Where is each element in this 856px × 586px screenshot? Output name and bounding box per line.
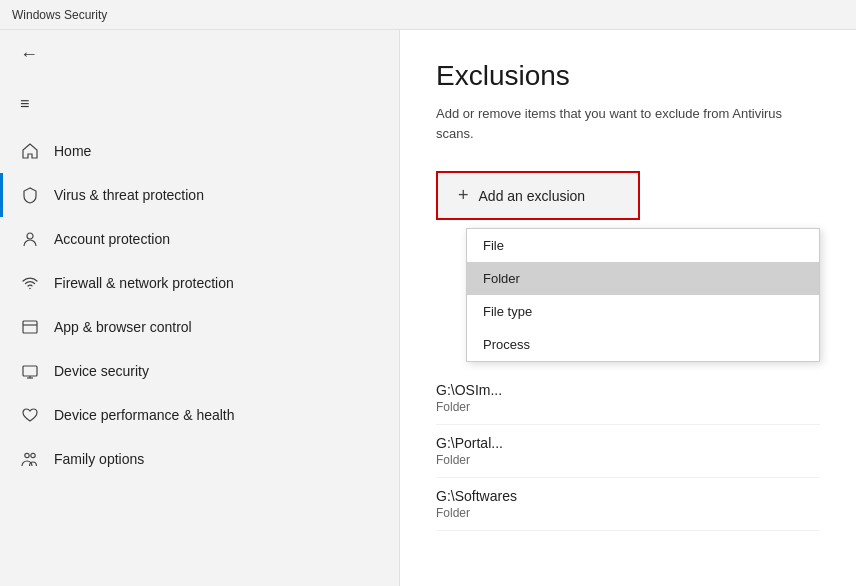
add-exclusion-wrapper: + Add an exclusion — [436, 171, 640, 220]
titlebar: Windows Security — [0, 0, 856, 30]
exclusion-list: G:\OSIm... Folder G:\Portal... Folder G:… — [436, 372, 820, 531]
exclusion-item-1[interactable]: G:\Portal... Folder — [436, 425, 820, 478]
home-icon — [20, 141, 40, 161]
sidebar-label-health: Device performance & health — [54, 407, 235, 423]
exclusion-path-2: G:\Softwares — [436, 488, 820, 504]
health-icon — [20, 405, 40, 425]
dropdown-filetype-label: File type — [483, 304, 532, 319]
main-container: ← ≡ Home — [0, 30, 856, 586]
dropdown-file-label: File — [483, 238, 504, 253]
exclusion-item-0[interactable]: G:\OSIm... Folder — [436, 372, 820, 425]
sidebar-item-virus[interactable]: Virus & threat protection — [0, 173, 399, 217]
sidebar-label-family: Family options — [54, 451, 144, 467]
back-nav-area: ← — [0, 30, 399, 79]
page-description: Add or remove items that you want to exc… — [436, 104, 820, 143]
sidebar-item-firewall[interactable]: Firewall & network protection — [0, 261, 399, 305]
hamburger-nav-area: ≡ — [0, 79, 399, 125]
back-icon: ← — [20, 44, 38, 64]
add-exclusion-label: Add an exclusion — [479, 188, 586, 204]
dropdown-folder-label: Folder — [483, 271, 520, 286]
sidebar-item-device[interactable]: Device security — [0, 349, 399, 393]
sidebar-item-account[interactable]: Account protection — [0, 217, 399, 261]
sidebar-nav: Home Virus & threat protection — [0, 125, 399, 586]
page-title: Exclusions — [436, 60, 820, 92]
plus-icon: + — [458, 185, 469, 206]
svg-rect-2 — [23, 321, 37, 333]
svg-point-1 — [29, 288, 31, 290]
hamburger-icon: ≡ — [20, 95, 29, 112]
sidebar-item-health[interactable]: Device performance & health — [0, 393, 399, 437]
wifi-icon — [20, 273, 40, 293]
svg-point-7 — [25, 453, 29, 457]
svg-point-0 — [27, 233, 33, 239]
exclusion-type-1: Folder — [436, 453, 820, 467]
exclusion-type-0: Folder — [436, 400, 820, 414]
dropdown-item-folder[interactable]: Folder — [467, 262, 819, 295]
dropdown-item-process[interactable]: Process — [467, 328, 819, 361]
sidebar-item-home[interactable]: Home — [0, 129, 399, 173]
svg-rect-4 — [23, 366, 37, 376]
exclusion-dropdown: File Folder File type Process — [466, 228, 820, 362]
person-icon — [20, 229, 40, 249]
sidebar-label-home: Home — [54, 143, 91, 159]
sidebar-label-device: Device security — [54, 363, 149, 379]
hamburger-button[interactable]: ≡ — [16, 91, 33, 117]
exclusion-item-2[interactable]: G:\Softwares Folder — [436, 478, 820, 531]
app-icon — [20, 317, 40, 337]
shield-icon — [20, 185, 40, 205]
sidebar: ← ≡ Home — [0, 30, 400, 586]
sidebar-item-app[interactable]: App & browser control — [0, 305, 399, 349]
sidebar-label-firewall: Firewall & network protection — [54, 275, 234, 291]
dropdown-item-file[interactable]: File — [467, 229, 819, 262]
exclusion-path-1: G:\Portal... — [436, 435, 820, 451]
content-area: Exclusions Add or remove items that you … — [400, 30, 856, 586]
sidebar-label-app: App & browser control — [54, 319, 192, 335]
sidebar-item-family[interactable]: Family options — [0, 437, 399, 481]
sidebar-label-account: Account protection — [54, 231, 170, 247]
device-icon — [20, 361, 40, 381]
svg-point-8 — [31, 453, 35, 457]
titlebar-title: Windows Security — [12, 8, 107, 22]
exclusion-path-0: G:\OSIm... — [436, 382, 820, 398]
sidebar-label-virus: Virus & threat protection — [54, 187, 204, 203]
exclusion-type-2: Folder — [436, 506, 820, 520]
dropdown-item-filetype[interactable]: File type — [467, 295, 819, 328]
family-icon — [20, 449, 40, 469]
back-button[interactable]: ← — [16, 40, 42, 69]
add-exclusion-button[interactable]: + Add an exclusion — [438, 173, 638, 218]
dropdown-process-label: Process — [483, 337, 530, 352]
